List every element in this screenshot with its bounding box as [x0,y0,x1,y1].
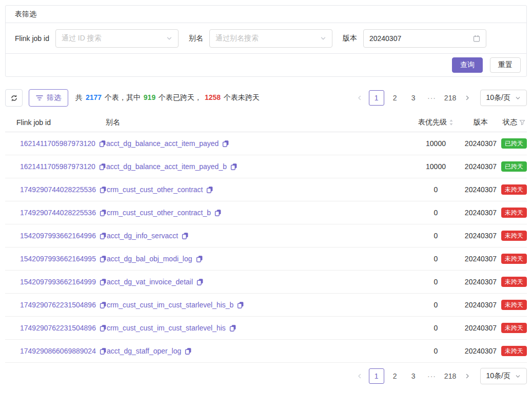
page-ellipsis[interactable]: ··· [424,90,440,106]
next-page-button[interactable] [461,90,474,106]
pagination-top: 123···218 [352,90,475,106]
copy-icon[interactable] [100,347,107,355]
summary-text: 个表未跨天 [222,93,260,101]
copy-icon[interactable] [99,163,106,170]
flink-job-id-link[interactable]: 1621411705987973120 [20,162,95,171]
copy-icon[interactable] [100,209,107,216]
status-cell: 未跨天 [501,300,527,310]
prev-page-button[interactable] [353,368,366,384]
status-badge: 未跨天 [501,254,527,264]
status-badge: 未跨天 [501,184,527,195]
version-cell: 20240307 [460,255,501,263]
toolbar-right: 123···218 10条/页 [352,90,527,106]
refresh-button[interactable] [5,89,23,107]
copy-icon[interactable] [100,278,107,285]
priority-cell: 0 [411,301,460,309]
flink-job-id-link[interactable]: 1749290744028225536 [20,209,96,217]
query-button[interactable]: 查询 [452,57,483,73]
alias-link[interactable]: crm_cust_cust_other_contract_b [107,209,211,217]
version-date-input[interactable]: 20240307 [363,29,486,48]
funnel-icon[interactable] [519,119,525,126]
alias-link[interactable]: acct_dg_balance_acct_item_payed_b [106,162,227,171]
chevron-down-icon [166,35,172,42]
status-cell: 已跨天 [501,161,527,172]
page-button-1[interactable]: 1 [369,368,384,384]
page-button-2[interactable]: 2 [387,90,403,106]
filter-button[interactable]: 筛选 [29,89,68,107]
flink-job-id-link[interactable]: 1542097993662164996 [20,232,96,240]
flink-job-id-select[interactable]: 通过 ID 搜索 [55,29,179,48]
copy-icon[interactable] [214,209,222,216]
page-size-select[interactable]: 10条/页 [480,368,527,384]
alias-link[interactable]: crm_cust_cust_im_cust_starlevel_his [107,324,226,332]
next-page-button[interactable] [461,368,474,384]
alias-link[interactable]: acct_dg_info_servacct [107,232,178,240]
alias-link[interactable]: crm_cust_cust_im_cust_starlevel_his_b [107,301,233,309]
page-ellipsis[interactable]: ··· [424,368,440,384]
copy-icon[interactable] [206,186,213,193]
copy-icon[interactable] [182,232,189,239]
copy-icon[interactable] [185,347,192,355]
header-priority[interactable]: 表优先级 [411,118,460,127]
alias-placeholder: 通过别名搜索 [215,34,320,43]
flink-job-id-link[interactable]: 1749290866069889024 [20,347,96,355]
copy-icon[interactable] [230,163,238,170]
prev-page-button[interactable] [353,90,366,106]
copy-icon[interactable] [100,301,107,308]
page-button-3[interactable]: 3 [406,368,421,384]
alias-link[interactable]: acct_dg_staff_oper_log [107,347,181,355]
flink-job-id-link[interactable]: 1749290744028225536 [20,185,96,194]
flink-job-id-placeholder: 通过 ID 搜索 [62,34,166,43]
table-row: 1749290762231504896 crm_cust_cust_im_cus… [5,317,527,340]
flink-job-id-link[interactable]: 1542097993662164995 [20,255,96,263]
flink-job-id-link[interactable]: 1621411705987973120 [20,139,95,148]
table-row: 1542097993662164995 acct_dg_bal_obj_modi… [5,247,527,271]
bottom-bar: 123···218 10条/页 [5,368,527,384]
copy-icon[interactable] [237,301,244,308]
table-summary: 共 2177 个表，其中 919 个表已跨天， 1258 个表未跨天 [75,93,260,102]
alias-link[interactable]: acct_dg_bal_obj_modi_log [107,255,192,263]
copy-icon[interactable] [99,140,106,147]
flink-job-id-link[interactable]: 1542097993662164999 [20,278,96,286]
filter-button-label: 筛选 [47,93,61,102]
sort-icon[interactable] [449,119,454,126]
version-cell: 20240307 [460,301,501,309]
alias-select[interactable]: 通过别名搜索 [209,29,332,48]
version-cell: 20240307 [460,185,501,194]
page-button-1[interactable]: 1 [369,90,384,106]
copy-icon[interactable] [100,255,107,262]
summary-uncrossed: 1258 [205,93,221,101]
header-status[interactable]: 状态 [501,118,527,127]
calendar-icon [473,35,480,42]
copy-icon[interactable] [100,186,107,193]
page-button-3[interactable]: 3 [406,90,421,106]
version-cell: 20240307 [460,139,501,148]
reset-button[interactable]: 重置 [490,57,521,73]
status-badge: 未跨天 [501,323,527,333]
status-badge: 未跨天 [501,277,527,287]
status-cell: 未跨天 [501,277,527,287]
pagination-bottom: 123···218 [352,368,475,384]
copy-icon[interactable] [229,324,237,332]
flink-job-id-link[interactable]: 1749290762231504896 [20,301,96,309]
table-body: 1621411705987973120 acct_dg_balance_acct… [5,132,527,363]
alias-link[interactable]: acct_dg_vat_invoice_detail [107,278,193,286]
copy-icon[interactable] [222,140,229,147]
page-button-218[interactable]: 218 [443,368,458,384]
page-button-2[interactable]: 2 [387,368,403,384]
summary-text: 个表，其中 [103,93,143,101]
alias-label: 别名 [189,34,203,43]
alias-link[interactable]: acct_dg_balance_acct_item_payed [106,139,219,148]
page-size-select[interactable]: 10条/页 [480,90,527,106]
flink-job-id-link[interactable]: 1749290762231504896 [20,324,96,332]
copy-icon[interactable] [100,232,107,239]
page-button-218[interactable]: 218 [443,90,458,106]
copy-icon[interactable] [100,324,107,332]
alias-link[interactable]: crm_cust_cust_other_contract [107,185,203,194]
filter-card: 表筛选 Flink job id 通过 ID 搜索 别名 通过别名搜索 [5,5,527,77]
summary-crossed: 919 [144,93,155,101]
copy-icon[interactable] [196,278,204,285]
status-badge: 未跨天 [501,300,527,310]
version-value: 20240307 [369,34,473,43]
copy-icon[interactable] [196,255,203,262]
